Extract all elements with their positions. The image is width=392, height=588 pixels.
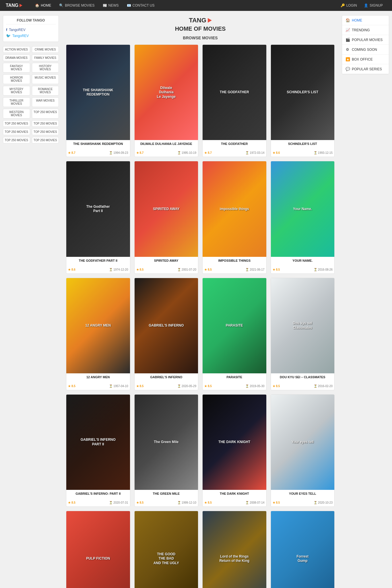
genre-button[interactable]: TOP 250 MOVIES: [3, 129, 30, 135]
facebook-link[interactable]: f TangoREV: [6, 27, 56, 33]
movie-card[interactable]: The Green MileTHE GREEN MILE★8.5⏳1999-12…: [134, 394, 199, 507]
movie-card[interactable]: impossible thingsIMPOSSIBLE THINGS★8.5⏳2…: [202, 161, 267, 273]
movie-date: ⏳1999-12-10: [177, 501, 196, 504]
calendar-icon: ⏳: [245, 385, 249, 388]
movie-poster: THE GOOD THE BAD AND THE UGLY: [135, 511, 198, 588]
genre-button[interactable]: WAR MOVIES: [32, 97, 59, 107]
movie-rating: ★8.7: [204, 151, 212, 154]
signup-link[interactable]: 👤 SIGNUP: [360, 0, 386, 11]
calendar-icon: ⏳: [314, 268, 317, 271]
movie-info: YOUR NAME.★8.5⏳2016-08-26: [271, 257, 335, 273]
genre-button[interactable]: TOP 250 MOVIES: [32, 120, 59, 127]
genre-button[interactable]: HISTORY MOVIES: [32, 63, 59, 73]
movie-poster: The Godfather Part II: [66, 161, 130, 257]
movie-card[interactable]: Forrest GumpFORREST GUMP★8.5⏳1994-06-23: [271, 511, 335, 588]
movie-card[interactable]: THE GODFATHERTHE GODFATHER★8.7⏳1972-03-1…: [202, 44, 267, 157]
genre-button[interactable]: MUSIC MOVIES: [32, 74, 59, 84]
signup-icon: 👤: [364, 3, 368, 7]
movie-card[interactable]: THE GOOD THE BAD AND THE UGLYTHE GOOD, T…: [134, 511, 199, 588]
login-icon: 🔑: [341, 3, 345, 7]
movie-card[interactable]: Your Name.YOUR NAME.★8.5⏳2016-08-26: [271, 161, 335, 273]
movie-poster: THE DARK KNIGHT: [203, 395, 266, 490]
movie-meta: ★8.7⏳1972-03-14: [204, 151, 265, 154]
genre-button[interactable]: FANTASY MOVIES: [3, 63, 30, 73]
movie-poster: Dilwale Dulhania Le Jayenge: [135, 45, 198, 140]
genre-button[interactable]: TOP 250 MOVIES: [32, 137, 59, 143]
movie-card[interactable]: Your eyes tellYOUR EYES TELL★8.5⏳2020-10…: [271, 394, 335, 507]
movie-info: THE SHAWSHANK REDEMPTION★8.7⏳1994-09-23: [66, 140, 130, 157]
star-icon: ★: [273, 385, 275, 388]
genre-button[interactable]: ROMANCE MOVIES: [32, 86, 59, 96]
star-icon: ★: [204, 268, 207, 271]
calendar-icon: ⏳: [177, 151, 181, 154]
genre-button[interactable]: FAMILY MOVIES: [32, 55, 59, 61]
movie-card[interactable]: SCHINDLER'S LISTSCHINDLER'S LIST★8.6⏳199…: [271, 44, 335, 157]
follow-title: FOLLOW TANGO: [6, 18, 56, 24]
movie-poster: PARASITE: [203, 278, 266, 373]
genre-button[interactable]: THRILLER MOVIES: [3, 97, 30, 107]
genre-button[interactable]: MYSTERY MOVIES: [3, 86, 30, 96]
menu-icon: 🔼: [346, 57, 350, 61]
right-menu-item[interactable]: 🏠 HOME: [342, 15, 389, 25]
movie-card[interactable]: The Godfather Part IITHE GODFATHER PART …: [66, 161, 130, 273]
movie-title: DOU KYU SEI – CLASSMATES: [273, 375, 333, 383]
calendar-icon: ⏳: [314, 151, 317, 154]
movie-title: THE DARK KNIGHT: [204, 492, 265, 500]
home-icon: 🏠: [35, 3, 39, 7]
movie-card[interactable]: GABRIEL'S INFERNOGABRIEL'S INFERNO★8.5⏳2…: [134, 278, 199, 390]
movie-date: ⏳2020-07-31: [109, 501, 128, 504]
movie-info: PARASITE★8.5⏳2019-05-30: [203, 373, 266, 390]
movie-info: DOU KYU SEI – CLASSMATES★8.5⏳2016-02-20: [271, 373, 335, 390]
genre-button[interactable]: TOP 250 MOVIES: [3, 120, 30, 127]
movie-card[interactable]: PULP FICTIONPULP FICTION★8.5⏳1994-09-10: [66, 511, 130, 588]
movie-title: THE GODFATHER: [204, 142, 265, 150]
right-menu-item[interactable]: 📈 TRENDING: [342, 25, 389, 35]
movie-card[interactable]: 12 ANGRY MEN12 ANGRY MEN★8.5⏳1957-04-10: [66, 278, 130, 390]
genre-button[interactable]: HORROR MOVIES: [3, 74, 30, 84]
movie-title: GABRIEL'S INFERNO: PART II: [68, 492, 128, 500]
twitter-link[interactable]: 🐦 TangoREV: [6, 33, 56, 39]
nav-home[interactable]: 🏠 HOME: [31, 0, 55, 11]
genre-button[interactable]: TOP 250 MOVIES: [3, 137, 30, 143]
genre-grid: ACTION MOVIESCRIME MOVIESDRAMA MOVIESFAM…: [3, 46, 59, 143]
twitter-icon: 🐦: [6, 34, 11, 38]
calendar-icon: ⏳: [177, 501, 181, 504]
movie-card[interactable]: THE DARK KNIGHTTHE DARK KNIGHT★8.5⏳2008-…: [202, 394, 267, 507]
genre-button[interactable]: TOP 250 MOVIES: [32, 109, 59, 119]
site-title: TANG: [66, 17, 335, 24]
right-menu: 🏠 HOME📈 TRENDING🎬 POPULAR MOVIES⚙ COMING…: [342, 15, 389, 74]
play-icon-big: [208, 18, 212, 23]
menu-icon: ⚙: [346, 47, 350, 52]
login-link[interactable]: 🔑 LOGIN: [337, 0, 360, 11]
right-menu-item[interactable]: 🎬 POPULAR MOVIES: [342, 35, 389, 45]
genre-button[interactable]: ACTION MOVIES: [3, 46, 30, 53]
movie-meta: ★8.5⏳2020-07-31: [68, 501, 128, 504]
calendar-icon: ⏳: [109, 268, 112, 271]
site-logo[interactable]: TANG: [6, 3, 22, 8]
movie-card[interactable]: Lord of the Rings Return of the KingTHE …: [202, 511, 267, 588]
genre-button[interactable]: WESTERN MOVIES: [3, 109, 30, 119]
star-icon: ★: [273, 501, 275, 504]
calendar-icon: ⏳: [177, 268, 181, 271]
main-nav: 🏠 HOME 🔍 BROWSE MOVIES 📰 NEWS 📧 CONTACT …: [31, 0, 337, 11]
movie-info: IMPOSSIBLE THINGS★8.5⏳2021-06-17: [203, 257, 266, 273]
nav-contact[interactable]: 📧 CONTACT US: [123, 0, 159, 11]
movie-card[interactable]: PARASITEPARASITE★8.5⏳2019-05-30: [202, 278, 267, 390]
movie-card[interactable]: Dou kyu sei ClassmatesDOU KYU SEI – CLAS…: [271, 278, 335, 390]
genre-button[interactable]: DRAMA MOVIES: [3, 55, 30, 61]
right-menu-item[interactable]: 💬 POPULAR SERIES: [342, 64, 389, 74]
movie-meta: ★8.5⏳2001-07-20: [136, 268, 197, 271]
movie-card[interactable]: GABRIEL'S INFERNO PART IIGABRIEL'S INFER…: [66, 394, 130, 507]
movie-card[interactable]: SPIRITED AWAYSPIRITED AWAY★8.5⏳2001-07-2…: [134, 161, 199, 273]
right-menu-item[interactable]: 🔼 BOX OFFICE: [342, 55, 389, 64]
movie-card[interactable]: THE SHAWSHANK REDEMPTIONTHE SHAWSHANK RE…: [66, 44, 130, 157]
right-menu-item[interactable]: ⚙ COMING SOON: [342, 45, 389, 55]
nav-browse[interactable]: 🔍 BROWSE MOVIES: [55, 0, 98, 11]
star-icon: ★: [204, 501, 207, 504]
nav-news[interactable]: 📰 NEWS: [99, 0, 123, 11]
genre-button[interactable]: CRIME MOVIES: [32, 46, 59, 53]
star-icon: ★: [68, 268, 71, 271]
movie-rating: ★8.6: [273, 151, 280, 154]
genre-button[interactable]: TOP 250 MOVIES: [32, 129, 59, 135]
movie-card[interactable]: Dilwale Dulhania Le JayengeDILWALE DULHA…: [134, 44, 199, 157]
